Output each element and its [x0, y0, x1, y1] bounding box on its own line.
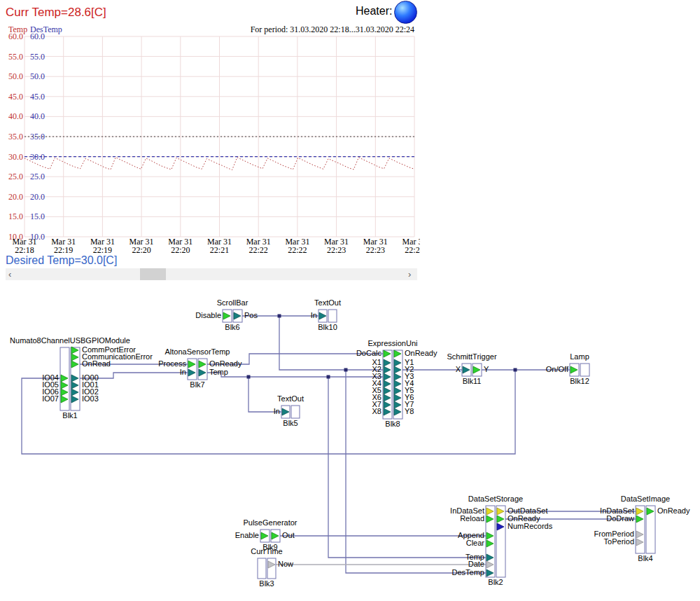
block-id-label: Blk6 — [225, 323, 239, 331]
block-id-label: Blk10 — [318, 323, 337, 331]
junction-dot — [278, 315, 281, 318]
pin-label: In — [180, 368, 186, 376]
pin-label: Clear — [466, 539, 485, 547]
block-title: ExpressionUni — [368, 339, 418, 347]
block-blk3[interactable]: CurrTimeBlk3Now — [251, 547, 293, 588]
block-cell-left[interactable] — [258, 558, 266, 579]
block-title: CurrTime — [251, 547, 282, 555]
junction-dot — [344, 368, 348, 372]
block-id-label: Blk5 — [283, 419, 298, 427]
block-id-label: Blk3 — [259, 579, 274, 588]
block-title: AltonaSensorTemp — [165, 347, 230, 356]
pin-label: NumRecords — [507, 522, 553, 530]
junction-dot — [327, 375, 330, 379]
block-id-label: Blk8 — [385, 420, 400, 428]
pin-label: Process — [158, 359, 186, 368]
pin-label: On/Off — [546, 365, 569, 373]
block-id-label: Blk1 — [62, 411, 77, 420]
block-id-label: Blk11 — [463, 377, 482, 385]
pin-label: IO03 — [82, 394, 99, 403]
pin-label: Date — [468, 560, 484, 568]
pin-label: Out — [282, 531, 295, 539]
block-title: Numato8ChannelUSBGPIOModule — [10, 336, 130, 345]
block-title: SchmittTrigger — [447, 352, 496, 361]
block-id-label: Blk2 — [488, 578, 503, 586]
block-title: DataSetImage — [621, 495, 670, 503]
block-blk9[interactable]: PulseGeneratorBlk9EnableOut — [235, 518, 298, 551]
pin-label: DoCalc — [356, 349, 382, 357]
block-blk11[interactable]: SchmittTriggerBlk11XY — [447, 352, 496, 385]
pin-label: Now — [278, 560, 293, 568]
pin-label: DoDraw — [606, 514, 634, 523]
pin-label: OnRead — [82, 359, 111, 368]
block-title: ScrollBar — [217, 298, 248, 307]
wire[interactable] — [346, 370, 486, 573]
block-blk2[interactable]: DataSetStorageBlk2InDataSetReloadAppendC… — [450, 495, 553, 586]
block-blk12[interactable]: LampBlk12On/Off — [546, 352, 589, 385]
pin-label: OnReady — [657, 506, 690, 515]
wire[interactable] — [207, 373, 383, 377]
block-title: PulseGenerator — [243, 518, 297, 527]
pin-label: Disable — [195, 311, 221, 319]
pin-label: In — [311, 311, 317, 319]
block-blk5[interactable]: TextOutBlk5In — [274, 394, 304, 427]
pin-label: Temp — [209, 368, 228, 376]
block-cell-right[interactable] — [328, 310, 337, 322]
pin-label: Enable — [235, 531, 259, 539]
pin-label: Y8 — [405, 407, 414, 415]
block-id-label: Blk7 — [190, 380, 204, 389]
pin-label: Reload — [460, 514, 484, 523]
block-diagram-canvas: Numato8ChannelUSBGPIOModuleBlk1IO04IO05I… — [0, 0, 700, 601]
pin-label: IO07 — [42, 394, 59, 403]
pin-label: Y — [484, 365, 489, 373]
pin-label: OnReady — [209, 359, 242, 368]
pin-label: X — [456, 365, 461, 373]
block-blk8[interactable]: ExpressionUniBlk8DoCalcX1X2X3X4X5X6X7X8O… — [356, 339, 438, 428]
block-blk4[interactable]: DataSetImageBlk4InDataSetDoDrawFromPerio… — [594, 495, 690, 562]
block-cell-right[interactable] — [291, 406, 300, 418]
block-blk6[interactable]: ScrollBarBlk6DisablePos — [195, 298, 258, 331]
junction-dot — [247, 375, 251, 379]
block-blk7[interactable]: AltonaSensorTempBlk7ProcessInOnReadyTemp — [158, 347, 242, 389]
block-id-label: Blk4 — [638, 554, 652, 562]
pin-label: X8 — [372, 407, 382, 415]
block-blk10[interactable]: TextOutBlk10In — [311, 298, 341, 331]
block-cell-right[interactable] — [580, 364, 589, 376]
pin-label: In — [274, 407, 280, 415]
pin-label: Pos — [244, 311, 258, 319]
block-title: TextOut — [314, 298, 341, 307]
block-title: Lamp — [570, 352, 589, 361]
block-title: TextOut — [277, 394, 304, 403]
junction-dot — [514, 368, 517, 372]
visuino-app-window: Curr Temp=28.6[C] Heater: 60.060.055.055… — [0, 0, 700, 601]
block-id-label: Blk12 — [570, 377, 589, 385]
block-title: DataSetStorage — [468, 495, 523, 503]
pin-label: DesTemp — [452, 568, 484, 576]
pin-label: ToPeriod — [604, 537, 634, 546]
pin-label: OnReady — [405, 349, 438, 357]
